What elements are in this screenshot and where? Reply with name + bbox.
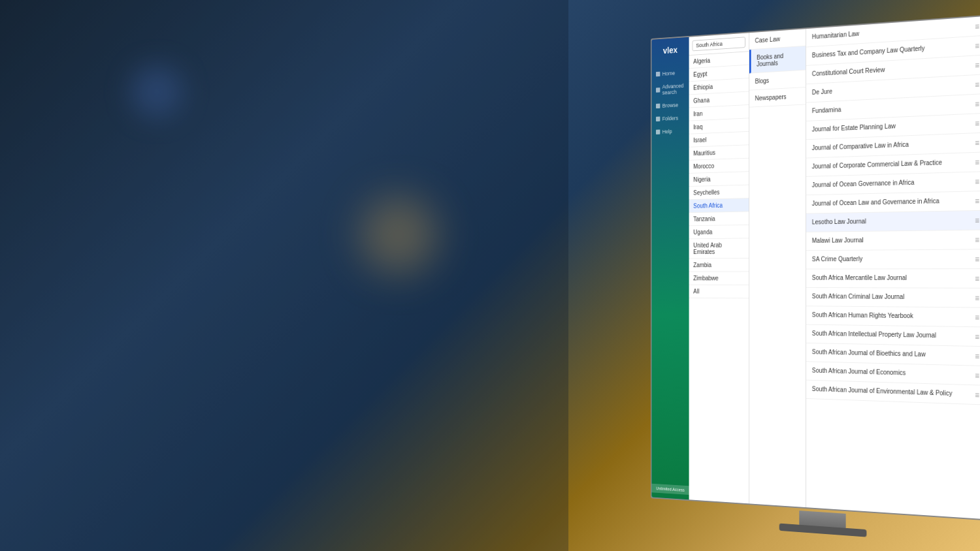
country-item[interactable]: Seychelles — [689, 185, 749, 200]
home-icon — [656, 72, 660, 77]
country-item[interactable]: South Africa — [689, 198, 749, 213]
menu-icon[interactable]: ≡ — [975, 216, 979, 225]
journal-item[interactable]: SA Crime Quarterly≡ — [806, 249, 980, 269]
country-item[interactable]: Tanzania — [689, 212, 749, 226]
menu-icon[interactable]: ≡ — [975, 119, 979, 128]
country-item[interactable]: Zambia — [689, 259, 749, 272]
country-item[interactable]: Nigeria — [689, 172, 749, 187]
journal-name: South African Journal of Bioethics and L… — [812, 348, 973, 360]
journal-name: Journal for Estate Planning Law — [812, 119, 973, 134]
sidebar-home-label: Home — [662, 70, 676, 76]
sidebar-advanced-search-label: Advanced search — [662, 83, 685, 96]
menu-icon[interactable]: ≡ — [975, 236, 979, 245]
dark-overlay — [0, 0, 568, 551]
journal-name: Fundamina — [812, 99, 973, 115]
sidebar: vlex Home Advanced search Browse Folders — [651, 37, 689, 499]
journal-item[interactable]: South Africa Mercantile Law Journal≡ — [806, 269, 980, 289]
country-item[interactable]: Morocco — [689, 159, 749, 174]
sidebar-item-folders[interactable]: Folders — [651, 111, 689, 126]
menu-icon[interactable]: ≡ — [975, 371, 979, 380]
sidebar-item-help[interactable]: Help — [651, 124, 689, 138]
menu-icon[interactable]: ≡ — [975, 390, 979, 400]
search-input[interactable] — [693, 37, 745, 51]
menu-icon[interactable]: ≡ — [975, 197, 979, 206]
menu-icon[interactable]: ≡ — [975, 294, 979, 303]
journal-name: South African Journal of Environmental L… — [812, 385, 973, 398]
journal-list: Humanitarian Law≡Business Tax and Compan… — [806, 16, 980, 405]
menu-icon[interactable]: ≡ — [975, 41, 979, 50]
monitor: vlex Home Advanced search Browse Folders — [651, 0, 980, 551]
journal-item[interactable]: Lesotho Law Journal≡ — [806, 211, 980, 232]
journal-name: Malawi Law Journal — [812, 235, 973, 245]
sidebar-help-label: Help — [662, 129, 672, 135]
menu-icon[interactable]: ≡ — [975, 274, 979, 283]
journal-name: Journal of Ocean Governance in Africa — [812, 177, 973, 189]
sidebar-folders-label: Folders — [662, 115, 679, 121]
journal-name: Journal of Comparative Law in Africa — [812, 138, 973, 151]
journal-name: South African Criminal Law Journal — [812, 292, 973, 302]
help-icon — [656, 129, 660, 134]
journal-name: South African Journal of Economics — [812, 366, 973, 379]
menu-icon[interactable]: ≡ — [975, 80, 979, 89]
journal-panel: Humanitarian Law≡Business Tax and Compan… — [806, 16, 980, 519]
country-item-all[interactable]: All — [689, 285, 749, 299]
unlimited-access-badge: Unlimited Access — [651, 484, 689, 495]
menu-icon[interactable]: ≡ — [975, 99, 979, 108]
journal-name: SA Crime Quarterly — [812, 254, 973, 263]
journal-name: South African Human Rights Yearbook — [812, 311, 973, 321]
menu-icon[interactable]: ≡ — [975, 332, 979, 341]
menu-icon[interactable]: ≡ — [975, 61, 979, 70]
vlex-logo: vlex — [661, 42, 679, 58]
journal-item[interactable]: Malawi Law Journal≡ — [806, 230, 980, 251]
sidebar-browse-label: Browse — [662, 102, 679, 108]
category-item[interactable]: Books and Journals — [749, 46, 806, 74]
journal-name: South African Intellectual Property Law … — [812, 329, 973, 340]
screen: vlex Home Advanced search Browse Folders — [651, 15, 980, 521]
category-list: Case LawBooks and JournalsBlogsNewspaper… — [749, 29, 806, 107]
journal-name: Journal of Ocean Law and Governance in A… — [812, 196, 973, 208]
menu-icon[interactable]: ≡ — [975, 255, 979, 264]
country-item[interactable]: United Arab Emirates — [689, 238, 749, 259]
journal-name: Lesotho Law Journal — [812, 215, 973, 226]
country-item[interactable]: Uganda — [689, 225, 749, 239]
journal-item[interactable]: South African Criminal Law Journal≡ — [806, 288, 980, 308]
country-item[interactable]: Zimbabwe — [689, 272, 749, 285]
browse-icon — [656, 104, 660, 109]
country-list: AlgeriaEgyptEthiopiaGhanaIranIraqIsraelM… — [689, 52, 749, 285]
category-item[interactable]: Newspapers — [749, 87, 806, 108]
sidebar-item-browse[interactable]: Browse — [651, 98, 689, 113]
vlex-app: vlex Home Advanced search Browse Folders — [651, 16, 980, 519]
menu-icon[interactable]: ≡ — [975, 352, 979, 361]
country-panel: AlgeriaEgyptEthiopiaGhanaIranIraqIsraelM… — [689, 33, 749, 503]
search-icon — [656, 87, 660, 93]
journal-name: De Jure — [812, 80, 973, 96]
menu-icon[interactable]: ≡ — [975, 158, 979, 167]
journal-item[interactable]: South African Human Rights Yearbook≡ — [806, 306, 980, 327]
folders-icon — [656, 117, 660, 122]
menu-icon[interactable]: ≡ — [975, 22, 979, 31]
journal-item[interactable]: Journal of Ocean Law and Governance in A… — [806, 191, 980, 214]
journal-name: Journal of Corporate Commercial Law & Pr… — [812, 157, 973, 170]
menu-icon[interactable]: ≡ — [975, 313, 979, 322]
journal-name: South Africa Mercantile Law Journal — [812, 274, 973, 282]
menu-icon[interactable]: ≡ — [975, 138, 979, 148]
category-panel: Case LawBooks and JournalsBlogsNewspaper… — [749, 29, 806, 507]
sidebar-item-advanced-search[interactable]: Advanced search — [651, 79, 689, 100]
menu-icon[interactable]: ≡ — [975, 177, 979, 186]
